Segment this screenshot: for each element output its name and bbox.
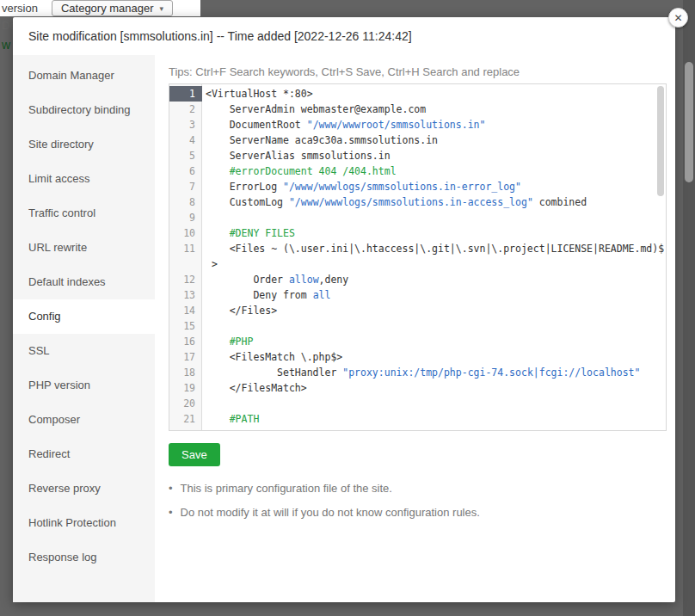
tips-text: Tips: Ctrl+F Search keywords, Ctrl+S Sav… — [169, 65, 667, 78]
code-line: 20 — [169, 396, 666, 411]
sidebar-item-label: URL rewrite — [28, 241, 87, 254]
version-label: version — [2, 2, 38, 15]
sidebar-item-label: Subdirectory binding — [28, 103, 131, 116]
modal-sidebar: Domain Manager Subdirectory binding Site… — [13, 55, 155, 602]
modal-body: Domain Manager Subdirectory binding Site… — [13, 55, 675, 602]
code-line: 10 #DENY FILES — [169, 225, 666, 241]
notes-list: • This is primary configuration file of … — [169, 482, 667, 519]
code-line: 3 DocumentRoot "/www/wwwroot/smmsolution… — [169, 117, 666, 132]
code-text — [202, 396, 666, 411]
sidebar-item-label: Hotlink Protection — [28, 516, 116, 529]
code-text: ServerAlias smmsolutions.in — [202, 148, 666, 163]
code-text: #errorDocument 404 /404.html — [202, 163, 666, 179]
code-text: #PHP — [202, 334, 666, 349]
sidebar-item-label: Composer — [28, 413, 80, 426]
code-line: 12 Order allow,deny — [169, 272, 666, 287]
sidebar-item[interactable]: Config — [13, 299, 155, 334]
code-line: 7 ErrorLog "/www/wwwlogs/smmsolutions.in… — [169, 179, 666, 194]
code-text: #DENY FILES — [202, 225, 666, 241]
sidebar-item[interactable]: Hotlink Protection — [13, 506, 155, 540]
code-text: ServerName aca9c30a.smmsolutions.in — [202, 132, 666, 148]
line-number: 11 — [169, 241, 202, 256]
code-text: > — [202, 256, 666, 272]
code-line: 18 SetHandler "proxy:unix:/tmp/php-cgi-7… — [169, 365, 666, 380]
code-line: 6 #errorDocument 404 /404.html — [169, 163, 666, 179]
code-line: 8 CustomLog "/www/wwwlogs/smmsolutions.i… — [169, 194, 666, 210]
sidebar-item[interactable]: PHP version — [13, 368, 155, 403]
sidebar-item[interactable]: Subdirectory binding — [13, 93, 155, 127]
line-number: 7 — [169, 179, 202, 194]
sidebar-item-label: Limit access — [28, 172, 90, 185]
code-text: ServerAdmin webmaster@example.com — [202, 102, 666, 117]
line-number: 1 — [169, 86, 202, 102]
code-line: 4 ServerName aca9c30a.smmsolutions.in — [169, 132, 666, 148]
code-text: DocumentRoot "/www/wwwroot/smmsolutions.… — [202, 117, 666, 132]
page-scrollbar[interactable] — [683, 0, 695, 616]
code-text — [202, 318, 666, 334]
sidebar-item-label: Response log — [28, 551, 97, 564]
sidebar-item-label: Config — [28, 310, 61, 323]
line-number: 16 — [169, 334, 202, 349]
editor-scrollbar[interactable] — [655, 84, 666, 430]
sidebar-item[interactable]: Limit access — [13, 162, 155, 196]
code-line: 2 ServerAdmin webmaster@example.com — [169, 102, 666, 117]
code-line: 15 — [169, 318, 666, 334]
line-number: 21 — [169, 411, 202, 427]
close-icon[interactable]: ✕ — [668, 8, 688, 28]
sidebar-item-label: Default indexes — [28, 275, 106, 288]
code-line: > — [169, 256, 666, 272]
site-modification-dialog: Site modification [smmsolutions.in] -- T… — [13, 17, 675, 602]
line-number: 20 — [169, 396, 202, 411]
sidebar-item[interactable]: Redirect — [13, 437, 155, 471]
sidebar-item[interactable]: URL rewrite — [13, 231, 155, 265]
code-text: SetHandler "proxy:unix:/tmp/php-cgi-74.s… — [202, 365, 666, 380]
code-text: <Files ~ (\.user.ini|\.htaccess|\.git|\.… — [202, 241, 666, 256]
sidebar-item-label: Redirect — [28, 447, 70, 460]
editor-scrollbar-thumb[interactable] — [657, 86, 664, 196]
modal-title: Site modification [smmsolutions.in] -- T… — [13, 17, 675, 55]
sidebar-item-label: PHP version — [28, 379, 90, 391]
code-text: ErrorLog "/www/wwwlogs/smmsolutions.in-e… — [202, 179, 666, 194]
code-line: 11 <Files ~ (\.user.ini|\.htaccess|\.git… — [169, 241, 666, 256]
code-line: 19 </FilesMatch> — [169, 380, 666, 396]
code-text: #PATH — [202, 411, 666, 427]
save-button[interactable]: Save — [169, 443, 220, 466]
category-manager-button[interactable]: Category manager ▾ — [52, 0, 173, 16]
line-number: 17 — [169, 349, 202, 365]
line-number: 4 — [169, 132, 202, 148]
line-number: 8 — [169, 194, 202, 210]
code-line: 13 Deny from all — [169, 287, 666, 303]
code-text: Deny from all — [202, 287, 666, 303]
code-line: 21 #PATH — [169, 411, 666, 427]
code-line: 14 </Files> — [169, 303, 666, 318]
code-text: Order allow,deny — [202, 272, 666, 287]
sidebar-item[interactable]: Composer — [13, 403, 155, 437]
sidebar-item[interactable]: SSL — [13, 334, 155, 368]
sidebar-item[interactable]: Response log — [13, 540, 155, 575]
category-manager-label: Category manager — [61, 2, 154, 15]
code-line: 17 <FilesMatch \.php$> — [169, 349, 666, 365]
line-number: 6 — [169, 163, 202, 179]
line-number: 13 — [169, 287, 202, 303]
sidebar-item-label: Site directory — [28, 138, 94, 151]
caret-down-icon: ▾ — [160, 4, 164, 13]
code-text: <VirtualHost *:80> — [202, 86, 666, 102]
config-editor[interactable]: 1 <VirtualHost *:80> 2 ServerAdmin webma… — [169, 83, 667, 431]
sidebar-item-label: Domain Manager — [28, 69, 114, 82]
sidebar-item[interactable]: Site directory — [13, 127, 155, 162]
sidebar-item[interactable]: Reverse proxy — [13, 471, 155, 506]
page-scrollbar-thumb[interactable] — [685, 62, 693, 182]
background-topbar: version Category manager ▾ — [0, 0, 200, 16]
line-number: 9 — [169, 210, 202, 225]
note-text: This is primary configuration file of th… — [181, 482, 392, 495]
sidebar-item-label: SSL — [28, 344, 50, 357]
sidebar-item[interactable]: Domain Manager — [13, 59, 155, 93]
bullet-icon: • — [169, 506, 173, 519]
sidebar-item[interactable]: Traffic control — [13, 196, 155, 231]
modal-content: Tips: Ctrl+F Search keywords, Ctrl+S Sav… — [155, 55, 675, 602]
code-line: 5 ServerAlias smmsolutions.in — [169, 148, 666, 163]
line-number: 19 — [169, 380, 202, 396]
line-number: 14 — [169, 303, 202, 318]
sidebar-item[interactable]: Default indexes — [13, 265, 155, 299]
sidebar-item-label: Reverse proxy — [28, 482, 101, 495]
